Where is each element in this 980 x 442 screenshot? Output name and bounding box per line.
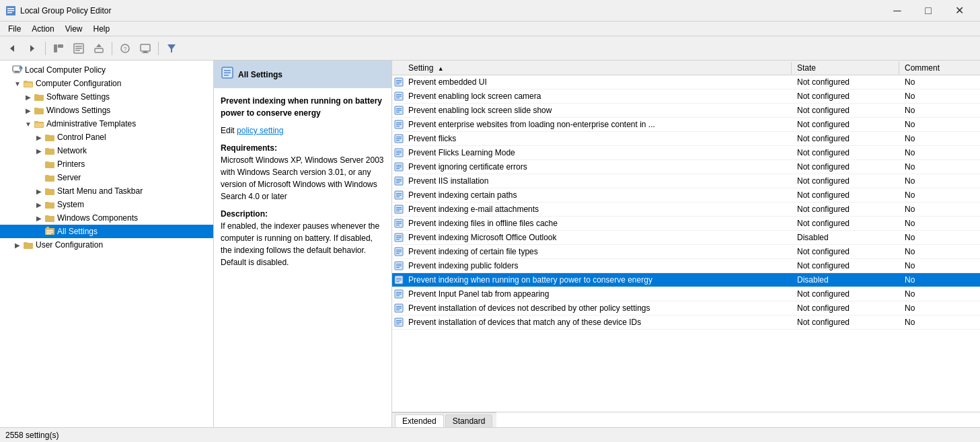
tree-item-start-menu-taskbar[interactable]: ▶Start Menu and Taskbar <box>0 184 213 198</box>
tree-item-windows-components[interactable]: ▶Windows Components <box>0 211 213 225</box>
close-button[interactable]: ✕ <box>944 0 975 22</box>
desc-policy-link[interactable]: policy setting <box>237 126 283 135</box>
tree-item-network[interactable]: ▶Network <box>0 144 213 157</box>
svg-rect-97 <box>396 207 402 208</box>
expand-icon-windows-components[interactable]: ▶ <box>34 213 44 223</box>
tree-label-start-menu-taskbar: Start Menu and Taskbar <box>57 186 143 196</box>
svg-rect-83 <box>396 154 400 155</box>
description-panel: All Settings Prevent indexing when runni… <box>214 61 392 427</box>
table-row[interactable]: Prevent indexing of certain file typesNo… <box>392 245 980 259</box>
svg-rect-33 <box>34 121 38 123</box>
col-header-setting[interactable]: Setting ▲ <box>392 62 792 74</box>
filter-button[interactable] <box>162 39 181 58</box>
col-header-state[interactable]: State <box>792 62 899 74</box>
svg-rect-21 <box>15 71 19 73</box>
tree-item-printers[interactable]: Printers <box>0 157 213 171</box>
tree-item-system[interactable]: ▶System <box>0 198 213 211</box>
menu-help[interactable]: Help <box>88 23 116 35</box>
expand-icon-software-settings[interactable]: ▶ <box>23 91 34 102</box>
expand-icon-user-configuration[interactable]: ▶ <box>12 240 23 250</box>
table-row[interactable]: Prevent indexing when running on battery… <box>392 273 980 287</box>
tree-item-software-settings[interactable]: ▶Software Settings <box>0 90 213 104</box>
table-row[interactable]: Prevent enabling lock screen cameraNot c… <box>392 89 980 104</box>
row-setting-name: Prevent enterprise websites from loading… <box>406 119 792 130</box>
row-comment: No <box>899 147 980 158</box>
row-setting-name: Prevent enabling lock screen slide show <box>406 105 792 116</box>
expand-icon-control-panel[interactable]: ▶ <box>34 132 44 143</box>
app-icon <box>5 5 16 16</box>
tree-item-administrative-templates[interactable]: ▼Administrative Templates <box>0 117 213 131</box>
tree-item-user-configuration[interactable]: ▶User Configuration <box>0 238 213 252</box>
minimize-button[interactable]: ─ <box>882 0 913 22</box>
table-row[interactable]: Prevent flicksNot configuredNo <box>392 132 980 146</box>
title-bar: Local Group Policy Editor ─ □ ✕ <box>0 0 980 22</box>
export-button[interactable] <box>89 39 108 58</box>
svg-rect-123 <box>396 295 400 296</box>
table-row[interactable]: Prevent IIS installationNot configuredNo <box>392 174 980 188</box>
tree-item-computer-configuration[interactable]: ▼Computer Configuration <box>0 77 213 90</box>
table-row[interactable]: Prevent enabling lock screen slide showN… <box>392 104 980 118</box>
row-policy-icon <box>392 259 406 272</box>
row-comment: No <box>899 77 980 87</box>
forward-button[interactable] <box>23 39 42 58</box>
tree-label-windows-settings: Windows Settings <box>46 106 110 115</box>
tree-item-server[interactable]: Server <box>0 171 213 184</box>
help-button[interactable]: ? <box>116 39 135 58</box>
show-hide-button[interactable] <box>49 39 68 58</box>
table-row[interactable]: Prevent Flicks Learning ModeNot configur… <box>392 146 980 160</box>
table-row[interactable]: Prevent indexing Microsoft Office Outloo… <box>392 231 980 245</box>
menu-file[interactable]: File <box>3 23 26 35</box>
table-row[interactable]: Prevent installation of devices that mat… <box>392 316 980 330</box>
tree-label-local-computer-policy: Local Computer Policy <box>25 65 106 75</box>
back-button[interactable] <box>3 39 22 58</box>
row-setting-name: Prevent Input Panel tab from appearing <box>406 289 792 299</box>
svg-rect-46 <box>45 202 49 204</box>
row-state: Not configured <box>792 190 899 200</box>
expand-icon-system[interactable]: ▶ <box>34 199 44 210</box>
desc-header: All Settings <box>214 61 391 88</box>
expand-icon-network[interactable]: ▶ <box>34 145 44 156</box>
table-row[interactable]: Prevent embedded UINot configuredNo <box>392 75 980 89</box>
row-setting-name: Prevent flicks <box>406 133 792 144</box>
window-controls: ─ □ ✕ <box>882 0 975 22</box>
tree-label-all-settings: All Settings <box>57 227 98 236</box>
table-row[interactable]: Prevent enterprise websites from loading… <box>392 118 980 132</box>
properties-button[interactable] <box>69 39 88 58</box>
tree-item-all-settings[interactable]: All Settings <box>0 225 213 238</box>
row-setting-name: Prevent installation of devices not desc… <box>406 303 792 314</box>
svg-rect-66 <box>396 96 402 97</box>
row-state: Not configured <box>792 303 899 314</box>
table-row[interactable]: Prevent indexing files in offline files … <box>392 217 980 231</box>
table-row[interactable]: Prevent indexing certain pathsNot config… <box>392 188 980 202</box>
computer-button[interactable] <box>136 39 155 58</box>
expand-icon-windows-settings[interactable]: ▶ <box>23 105 34 116</box>
svg-rect-22 <box>13 73 20 73</box>
tree-item-control-panel[interactable]: ▶Control Panel <box>0 131 213 144</box>
svg-rect-48 <box>45 215 49 217</box>
col-header-comment[interactable]: Comment <box>899 62 980 74</box>
maximize-button[interactable]: □ <box>913 0 944 22</box>
tree-item-local-computer-policy[interactable]: iLocal Computer Policy <box>0 63 213 77</box>
row-comment: No <box>899 105 980 116</box>
svg-rect-63 <box>396 83 400 84</box>
svg-rect-129 <box>396 320 402 321</box>
table-row[interactable]: Prevent installation of devices not desc… <box>392 301 980 316</box>
tree-item-windows-settings[interactable]: ▶Windows Settings <box>0 104 213 117</box>
requirements-text: Microsoft Windows XP, Windows Server 200… <box>221 154 385 202</box>
menu-view[interactable]: View <box>60 23 88 35</box>
expand-icon-computer-configuration[interactable]: ▼ <box>12 78 23 89</box>
table-row[interactable]: Prevent Input Panel tab from appearingNo… <box>392 287 980 301</box>
svg-rect-53 <box>46 233 51 234</box>
tree-label-computer-configuration: Computer Configuration <box>36 79 121 88</box>
table-row[interactable]: Prevent indexing public foldersNot confi… <box>392 259 980 273</box>
expand-icon-start-menu-taskbar[interactable]: ▶ <box>34 186 44 196</box>
table-row[interactable]: Prevent indexing e-mail attachmentsNot c… <box>392 202 980 217</box>
svg-rect-38 <box>45 148 49 150</box>
table-row[interactable]: Prevent ignoring certificate errorsNot c… <box>392 160 980 174</box>
menu-action[interactable]: Action <box>26 23 59 35</box>
expand-icon-administrative-templates[interactable]: ▼ <box>23 118 34 129</box>
row-setting-name: Prevent indexing e-mail attachments <box>406 204 792 215</box>
tab-extended[interactable]: Extended <box>395 414 444 427</box>
svg-rect-1 <box>7 8 14 9</box>
tab-standard[interactable]: Standard <box>445 414 493 427</box>
